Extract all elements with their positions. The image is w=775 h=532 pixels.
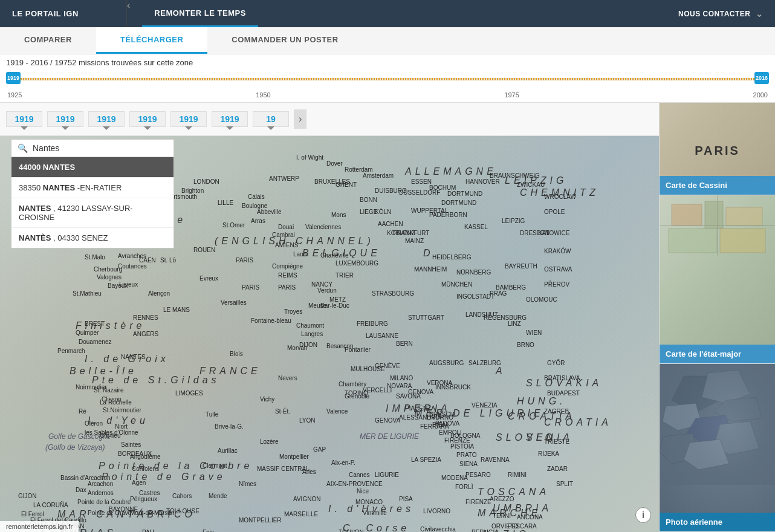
label-1925: 1925 [7,91,22,99]
label-1975: 1975 [504,91,519,99]
cassini-label: Carte de Cassini [660,176,775,195]
url-label: remonterletemps.ign.fr [6,523,73,530]
search-input-wrap[interactable]: 🔍 [11,139,174,157]
panel-aerial[interactable]: Photo aérienne [660,364,775,532]
tab-comparer[interactable]: COMPARER [0,27,96,54]
contact-button[interactable]: NOUS CONTACTER ⌄ [666,0,775,27]
year-card-5[interactable]: 1919 [170,111,207,127]
search-result-suffix-2: -EN-RATIER [77,183,122,192]
timeline-bar: 1919 - 2016 / 19752 missions trouvées su… [0,54,775,103]
year-card-3[interactable]: 1919 [88,111,125,127]
tabs-bar: COMPARER TÉLÉCHARGER COMMANDER UN POSTER [0,27,775,54]
search-box: 🔍 44000 NANTES 38350 NANTES -EN-RATIER N… [11,139,174,248]
timeline-track-fill [6,78,769,80]
info-button[interactable]: i [635,507,651,523]
search-result-4[interactable]: NANTÈS , 04330 SENEZ [11,228,173,248]
label-2000: 2000 [753,91,768,99]
contact-arrow-icon: ⌄ [756,9,764,19]
tab-telecharger[interactable]: TÉLÉCHARGER [96,27,207,54]
etatmajor-map-img [660,195,775,344]
header-nav: REMONTER LE TEMPS [136,0,666,27]
etatmajor-thumbnail [660,195,775,344]
search-input[interactable] [33,143,167,153]
search-icon: 🔍 [18,143,28,153]
search-result-name-4: NANTÈS [19,233,51,242]
timeline-track-row: 1919 2016 [6,70,769,89]
svg-rect-10 [705,201,723,229]
svg-rect-9 [672,204,702,225]
right-panel: PARIS Carte de Cassini Carte de l'état-m… [659,27,775,532]
year-card-7[interactable]: 19 [253,111,289,127]
timeline-info: 1919 - 2016 / 19752 missions trouvées su… [6,58,769,67]
search-result-2[interactable]: 38350 NANTES -EN-RATIER [11,178,173,198]
etatmajor-label: Carte de l'état-major [660,345,775,363]
year-card-4[interactable]: 1919 [129,111,166,127]
contact-label: NOUS CONTACTER [678,10,750,18]
year-scroll-right[interactable]: › [294,109,306,129]
search-result-name-3: NANTES [19,204,51,213]
nav-back-arrow[interactable]: ‹ [127,0,130,27]
timeline-labels: 1925 1950 1975 2000 [6,91,769,99]
nav-item-remonter[interactable]: REMONTER LE TEMPS [142,0,258,27]
search-result-name-1: NANTES [43,163,75,172]
year-cards-row: 1919 1919 1919 1919 1919 1919 19 › [0,103,659,136]
timeline-thumb-left[interactable]: 1919 [6,72,21,84]
tab-commander[interactable]: COMMANDER UN POSTER [207,27,362,54]
logo[interactable]: LE PORTAIL IGN [0,0,127,27]
timeline-track[interactable]: 1919 2016 [6,70,769,86]
search-dropdown: 44000 NANTES 38350 NANTES -EN-RATIER NAN… [11,157,174,248]
label-1950: 1950 [256,91,270,99]
bottom-bar: remonterletemps.ign.fr [0,521,79,532]
search-result-suffix-4: , 04330 SENEZ [53,233,108,242]
header: LE PORTAIL IGN ‹ REMONTER LE TEMPS NOUS … [0,0,775,27]
year-card-2[interactable]: 1919 [47,111,83,127]
search-result-code-2: 38350 [19,183,43,192]
search-result-name-2: NANTES [43,183,75,192]
search-result-1[interactable]: 44000 NANTES [11,157,173,178]
timeline-thumb-right[interactable]: 2016 [754,72,769,84]
aerial-label[interactable]: Photo aérienne [660,513,775,531]
aerial-thumbnail [660,364,775,513]
year-card-1[interactable]: 1919 [6,111,42,127]
svg-rect-13 [720,229,765,253]
svg-rect-12 [669,229,717,253]
search-result-3[interactable]: NANTES , 41230 LASSAY-SUR-CROISNE [11,198,173,228]
year-card-6[interactable]: 1919 [212,111,248,127]
search-result-code-1: 44000 [19,163,43,172]
aerial-photo-img [660,364,775,513]
panel-etatmajor[interactable]: Carte de l'état-major [660,195,775,363]
svg-rect-11 [726,207,762,225]
